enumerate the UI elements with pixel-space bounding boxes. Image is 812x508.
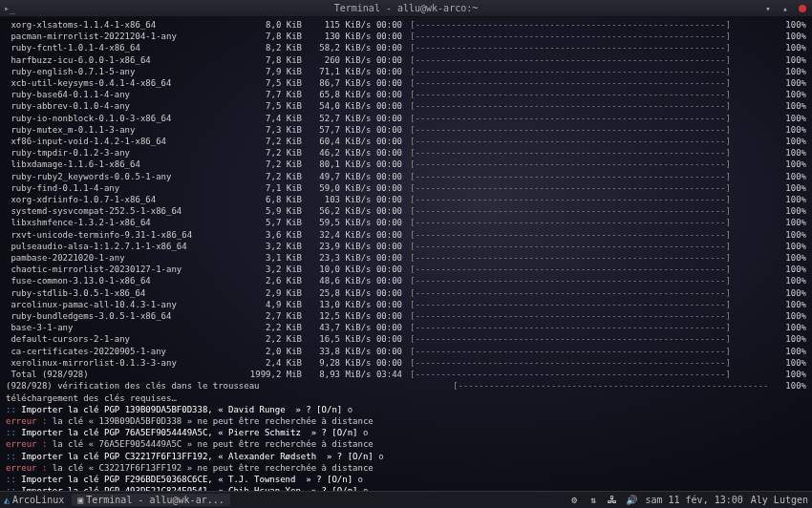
network-icon[interactable]: 🖧 [607,495,618,505]
terminal-task-icon: ▣ [77,495,83,505]
window-controls: ▾ ▴ [762,3,808,14]
volume-icon[interactable]: 🔊 [626,495,637,505]
taskbar: ◭ ArcoLinux ▣ Terminal - allu@wk-ar... ⚙… [0,491,812,508]
close-button[interactable] [797,3,808,14]
terminal-output[interactable]: xorg-xlsatoms-1.1.4-1-x86_648,0 KiB115 K… [0,17,812,491]
taskbar-task-terminal[interactable]: ▣ Terminal - allu@wk-ar... [72,494,230,506]
start-menu-button[interactable]: ◭ ArcoLinux [4,495,64,505]
maximize-button[interactable]: ▴ [780,3,791,14]
settings-icon[interactable]: ⚙ [568,495,580,505]
updates-icon[interactable]: ⇅ [588,495,599,505]
minimize-button[interactable]: ▾ [762,3,774,14]
arco-logo-icon: ◭ [4,495,10,505]
distro-name: ArcoLinux [12,495,64,505]
svg-point-0 [799,5,806,12]
window-titlebar: ▸_ Terminal - allu@wk-arco:~ ▾ ▴ [0,0,812,17]
terminal-icon: ▸_ [4,3,15,13]
clock[interactable]: sam 11 fév, 13:00 [645,495,742,505]
window-title: Terminal - allu@wk-arco:~ [334,3,479,13]
user-name[interactable]: Aly Lutgen [751,495,808,505]
terminal-task-label: Terminal - allu@wk-ar... [86,495,224,505]
